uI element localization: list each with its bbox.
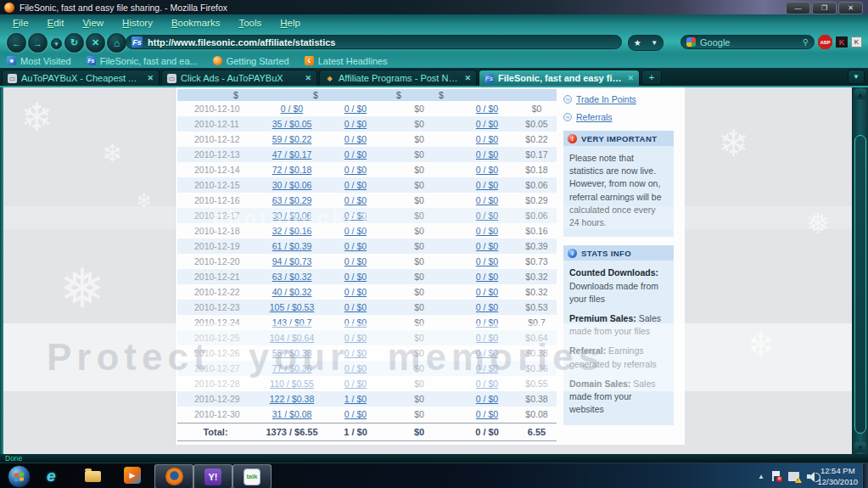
stat-link[interactable]: 1 / $0 [344, 394, 367, 404]
history-dropdown-icon[interactable]: ▾ [51, 38, 62, 49]
clock[interactable]: 12:54 PM 12/30/2010 [817, 465, 858, 487]
firefox-icon [4, 3, 14, 13]
kaspersky-icon[interactable]: K [836, 36, 848, 48]
minimize-button[interactable]: — [786, 2, 810, 14]
stat-link[interactable]: 0 / $0 [476, 149, 498, 160]
firefox-taskbar-button[interactable] [154, 464, 193, 488]
stat-link[interactable]: 0 / $0 [344, 287, 367, 297]
media-player-icon[interactable]: ▶ [124, 467, 141, 484]
menu-item-history[interactable]: History [115, 16, 160, 30]
internet-explorer-icon[interactable]: e [47, 467, 56, 485]
stat-link[interactable]: 0 / $0 [476, 302, 498, 312]
stat-link[interactable]: 0 / $0 [476, 134, 498, 144]
hidden-icons-chevron-icon[interactable]: ▲ [758, 473, 764, 480]
vertical-scrollbar[interactable]: ▲ ▼ [852, 87, 868, 454]
tab-affiliate-programs[interactable]: ◆ Affiliate Programs - Post New Thread ✕ [319, 70, 477, 86]
scroll-down-icon[interactable]: ▼ [854, 442, 866, 452]
bookmark-getting-started[interactable]: Getting Started [213, 56, 289, 66]
stat-link[interactable]: 0 / $0 [344, 409, 367, 419]
bookmark-filesonic[interactable]: Fs FileSonic, fast and ea... [87, 56, 198, 66]
action-center-flag-icon[interactable] [772, 471, 781, 481]
menu-item-edit[interactable]: Edit [40, 16, 72, 30]
stat-link[interactable]: 0 / $0 [344, 180, 367, 190]
stat-link[interactable]: 61 / $0.39 [272, 241, 312, 251]
stat-link[interactable]: 122 / $0.38 [270, 394, 315, 404]
stat-link[interactable]: 0 / $0 [476, 104, 498, 114]
stat-link[interactable]: 0 / $0 [344, 256, 367, 266]
stat-link[interactable]: 0 / $0 [281, 104, 303, 114]
list-all-tabs-button[interactable]: ▼ [848, 70, 865, 84]
stat-link[interactable]: 0 / $0 [476, 180, 498, 190]
search-box[interactable]: Google ⚲ [680, 35, 815, 49]
stat-link[interactable]: 0 / $0 [476, 195, 498, 205]
adblock-plus-icon[interactable]: ABP [818, 35, 832, 49]
stat-link[interactable]: 0 / $0 [476, 394, 498, 404]
network-warning-icon[interactable] [788, 472, 799, 481]
menu-item-view[interactable]: View [75, 16, 111, 30]
tab-close-icon[interactable]: ✕ [305, 74, 311, 82]
menu-item-tools[interactable]: Tools [231, 16, 269, 30]
bookmark-star-icon[interactable]: ★ [634, 38, 641, 48]
tab-filesonic-active[interactable]: Fs FileSonic, fast and easy file sharing… [479, 70, 640, 86]
stat-link[interactable]: 94 / $0.73 [272, 256, 312, 266]
stat-link[interactable]: 35 / $0.05 [272, 119, 312, 129]
stat-link[interactable]: 72 / $0.18 [272, 165, 312, 175]
restore-button[interactable]: ❐ [812, 2, 837, 14]
menu-item-file[interactable]: File [5, 16, 36, 30]
stat-link[interactable]: 0 / $0 [476, 272, 498, 282]
home-button[interactable]: ⌂ [107, 33, 126, 53]
trade-in-points-link[interactable]: ⤷ Trade In Points [563, 94, 674, 104]
urlbar-dropdown-icon[interactable]: ▼ [651, 39, 658, 47]
tab-close-icon[interactable]: ✕ [627, 74, 634, 82]
start-button[interactable] [8, 465, 31, 488]
stat-link[interactable]: 0 / $0 [344, 195, 367, 205]
menu-item-help[interactable]: Help [272, 16, 308, 30]
stat-link[interactable]: 105 / $0.53 [270, 302, 315, 312]
stat-link[interactable]: 0 / $0 [476, 409, 498, 419]
stat-link[interactable]: 0 / $0 [476, 119, 498, 129]
stat-link[interactable]: 0 / $0 [476, 165, 498, 175]
stat-link[interactable]: 0 / $0 [476, 287, 498, 297]
stop-button[interactable]: ✕ [86, 33, 105, 53]
stat-link[interactable]: 0 / $0 [344, 134, 367, 144]
close-button[interactable]: ✕ [838, 2, 863, 14]
stat-link[interactable]: 0 / $0 [344, 241, 367, 251]
referrals-link[interactable]: ⤷ Referrals [563, 112, 674, 122]
stat-link[interactable]: 47 / $0.17 [272, 149, 312, 160]
stat-link[interactable]: 0 / $0 [344, 119, 367, 129]
stat-link[interactable]: 0 / $0 [344, 104, 367, 114]
stat-link[interactable]: 31 / $0.08 [272, 409, 312, 419]
tab-autopaybux-cheapest[interactable]: ▭ AuToPAYBuX - Cheapest Ad here !!!!! ✕ [2, 70, 160, 86]
stat-link[interactable]: 0 / $0 [476, 241, 498, 251]
bookmark-latest-headlines[interactable]: ☇ Latest Headlines [305, 56, 388, 66]
scroll-up-icon[interactable]: ▲ [854, 89, 866, 99]
explorer-folder-icon[interactable] [85, 471, 101, 482]
bookmark-most-visited[interactable]: ■ Most Visited [7, 56, 71, 66]
stat-link[interactable]: 0 / $0 [344, 165, 367, 175]
tab-close-icon[interactable]: ✕ [464, 74, 471, 82]
stat-link[interactable]: 63 / $0.32 [272, 272, 312, 282]
stat-link[interactable]: 30 / $0.06 [272, 180, 312, 190]
show-desktop-button[interactable] [862, 463, 868, 488]
stat-link[interactable]: 0 / $0 [344, 149, 367, 160]
tab-close-icon[interactable]: ✕ [147, 74, 154, 82]
scrollbar-thumb[interactable] [854, 135, 866, 434]
forward-button[interactable]: → [28, 33, 48, 53]
google-talk-taskbar-button[interactable]: talk [232, 464, 272, 488]
yahoo-messenger-taskbar-button[interactable]: Y! [193, 464, 232, 488]
stat-link[interactable]: 0 / $0 [344, 302, 367, 312]
tab-click-ads[interactable]: ▭ Click Ads - AuToPAYBuX ✕ [161, 70, 317, 86]
stat-link[interactable]: 63 / $0.29 [272, 195, 312, 205]
keyboard-layout-icon[interactable]: K [851, 36, 862, 48]
stat-link[interactable]: 59 / $0.22 [272, 134, 312, 144]
back-button[interactable]: ← [7, 33, 26, 53]
stat-link[interactable]: 0 / $0 [344, 272, 367, 282]
menu-item-bookmarks[interactable]: Bookmarks [164, 16, 228, 30]
stat-link[interactable]: 0 / $0 [476, 256, 498, 266]
search-icon[interactable]: ⚲ [803, 37, 809, 47]
date-cell: 2010-12-20 [177, 256, 254, 266]
reload-button[interactable]: ↻ [64, 33, 84, 53]
url-bar[interactable]: Fs http://www.filesonic.com/affiliate/st… [126, 35, 622, 49]
new-tab-button[interactable]: + [641, 70, 662, 85]
stat-link[interactable]: 40 / $0.32 [272, 287, 312, 297]
